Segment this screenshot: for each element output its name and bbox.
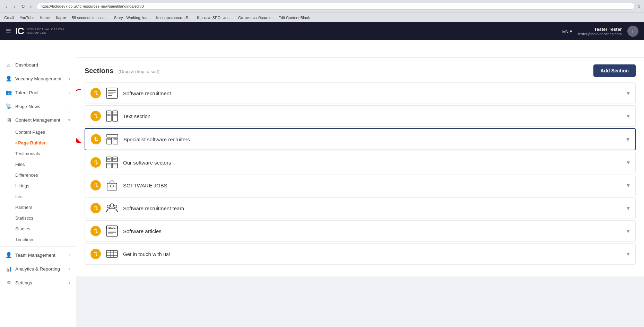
svg-rect-7 xyxy=(113,111,118,121)
drag-handle-6[interactable]: ⇅ xyxy=(90,203,101,213)
svg-rect-22 xyxy=(113,163,118,168)
bookmark-maps1[interactable]: Карти xyxy=(39,15,52,20)
lang-selector[interactable]: EN ▾ xyxy=(562,29,572,34)
drag-handle-5[interactable]: ⇅ xyxy=(90,180,101,191)
section-chevron-3[interactable]: ▾ xyxy=(626,135,629,143)
sections-container: Sections (Drag & drop to sort) Add Secti… xyxy=(76,58,644,276)
sub-item-testimonials[interactable]: Testimonials xyxy=(0,148,76,159)
main-content: Sections (Drag & drop to sort) Add Secti… xyxy=(76,40,644,327)
bookmark-story[interactable]: Story - Working, lea... xyxy=(113,15,152,20)
app-header: ☰ IC INTELLECTUAL CAPITALRESOURCES EN ▾ … xyxy=(0,22,644,40)
section-name-6: Software recruitment team xyxy=(123,205,623,211)
bookmark-seo[interactable]: Що таке SEO: як п... xyxy=(195,15,234,20)
svg-rect-31 xyxy=(111,185,113,187)
vacancy-chevron-icon: › xyxy=(69,77,70,81)
section-chevron-1[interactable]: ▾ xyxy=(627,89,630,97)
section-chevron-4[interactable]: ▾ xyxy=(627,159,630,166)
drag-handle-8[interactable]: ⇅ xyxy=(90,249,101,259)
section-name-1: Software recruitment xyxy=(123,90,623,96)
bookmark-session[interactable]: 58 seconds to sessi... xyxy=(70,15,110,20)
drag-handle-2[interactable]: ⇅ xyxy=(90,111,101,121)
sidebar-item-blog-news[interactable]: 📡 Blog / News › xyxy=(0,99,76,113)
content-chevron-icon: ▾ xyxy=(68,118,70,122)
sidebar-label-dashboard: Dashboard xyxy=(15,62,70,68)
drag-handle-3[interactable]: ⇅ xyxy=(91,134,101,144)
forward-button[interactable]: › xyxy=(11,3,18,10)
top-white-bar xyxy=(76,40,644,58)
sidebar-item-dashboard[interactable]: ⌂ Dashboard xyxy=(0,58,76,72)
svg-rect-15 xyxy=(107,138,112,144)
section-name-8: Get in touch with us! xyxy=(123,251,623,257)
sidebar-item-analytics[interactable]: 📊 Analytics & Reporting › xyxy=(0,262,76,276)
svg-point-32 xyxy=(110,204,114,207)
bookmark-edit-content[interactable]: Edit Content Block xyxy=(277,15,311,20)
section-icon-1 xyxy=(105,86,119,100)
svg-point-33 xyxy=(107,205,110,208)
sidebar-item-content-management[interactable]: 🖥 Content Management ▾ xyxy=(0,113,76,127)
section-row-sectors: ⇅ xyxy=(85,152,636,173)
sidebar-item-team-management[interactable]: 👤 Team Management › xyxy=(0,248,76,262)
sidebar-item-settings[interactable]: ⚙ Settings › xyxy=(0,276,76,290)
browser-actions: ☆ xyxy=(637,3,641,9)
bookmark-maps2[interactable]: Карти xyxy=(55,15,68,20)
add-section-button[interactable]: Add Section xyxy=(593,64,636,77)
bookmark-convert[interactable]: Конвертировать S... xyxy=(155,15,193,20)
dashboard-icon: ⌂ xyxy=(6,62,12,68)
sub-item-page-builder[interactable]: Page Builder xyxy=(0,138,76,148)
team-mgmt-icon: 👤 xyxy=(6,252,12,258)
sub-item-content-pages[interactable]: Content Pages xyxy=(0,127,76,138)
section-row-contact: ⇅ Get in touch with us! ▾ xyxy=(85,243,636,265)
drag-handle-7[interactable]: ⇅ xyxy=(90,226,101,236)
svg-rect-20 xyxy=(113,157,118,162)
sub-item-partners[interactable]: Partners xyxy=(0,202,76,213)
sub-item-icrs[interactable]: Icrs xyxy=(0,191,76,202)
analytics-chevron-icon: › xyxy=(69,267,70,271)
user-info: Tester Tester tester@boldidentities.com xyxy=(578,27,622,36)
browser-bar: ‹ › ↻ ⌂ https://bolddev7.co.uk/ic-resour… xyxy=(0,0,644,12)
section-chevron-8[interactable]: ▾ xyxy=(627,250,630,258)
hamburger-icon[interactable]: ☰ xyxy=(6,27,11,35)
bookmarks-bar: Gmail YouTube Карти Карти 58 seconds to … xyxy=(0,12,644,22)
bookmark-youtube[interactable]: YouTube xyxy=(18,15,36,20)
sidebar-label-blog: Blog / News xyxy=(15,104,66,109)
svg-text:BLOG: BLOG xyxy=(108,227,116,229)
sub-item-studies[interactable]: Studies xyxy=(0,223,76,234)
sidebar-item-talent-pool[interactable]: 👥 Talent Pool › xyxy=(0,86,76,99)
sub-item-files[interactable]: Files xyxy=(0,159,76,170)
sub-item-hirings[interactable]: Hirings xyxy=(0,180,76,191)
svg-rect-41 xyxy=(106,250,118,257)
url-bar[interactable]: https://bolddev7.co.uk/ic-resources-new/… xyxy=(37,3,635,10)
bookmark-gmail[interactable]: Gmail xyxy=(3,15,16,20)
section-chevron-2[interactable]: ▾ xyxy=(627,112,630,120)
section-icon-3 xyxy=(105,132,119,146)
section-row-text-section: ⇅ Text section xyxy=(85,105,636,127)
bookmark-icon[interactable]: ☆ xyxy=(637,3,641,9)
section-chevron-7[interactable]: ▾ xyxy=(627,227,630,235)
team-chevron-icon: › xyxy=(69,253,70,257)
sub-item-timelines[interactable]: Timelines xyxy=(0,234,76,245)
section-name-7: Software articles xyxy=(123,228,623,234)
home-button[interactable]: ⌂ xyxy=(28,3,35,10)
bookmark-compress[interactable]: Сжатие изображе... xyxy=(237,15,274,20)
reload-button[interactable]: ↻ xyxy=(19,3,26,10)
drag-handle-1[interactable]: ⇅ xyxy=(90,88,101,98)
section-chevron-6[interactable]: ▾ xyxy=(627,204,630,212)
sidebar-label-content: Content Management xyxy=(15,117,65,123)
user-avatar[interactable]: T xyxy=(627,26,638,37)
section-icon-2 xyxy=(105,109,119,123)
section-row-software-recruitment: ⇅ Software recruitment ▾ xyxy=(85,82,636,104)
sidebar-item-vacancy-management[interactable]: 👤 Vacancy Management › xyxy=(0,72,76,86)
back-button[interactable]: ‹ xyxy=(3,3,10,10)
section-chevron-5[interactable]: ▾ xyxy=(627,182,630,189)
sub-item-differences[interactable]: Differences xyxy=(0,170,76,180)
section-row-specialist: ⇅ Specialist software recruiters ▾ xyxy=(85,128,636,150)
vacancy-icon: 👤 xyxy=(6,76,12,82)
sub-item-statistics[interactable]: Statistics xyxy=(0,213,76,223)
lang-chevron-icon: ▾ xyxy=(570,29,572,34)
analytics-icon: 📊 xyxy=(6,266,12,272)
drag-handle-4[interactable]: ⇅ xyxy=(90,157,101,168)
nav-buttons: ‹ › ↻ ⌂ xyxy=(3,3,35,10)
app-wrapper: ⌂ Dashboard 👤 Vacancy Management › 👥 Tal… xyxy=(0,22,644,327)
section-name-2: Text section xyxy=(123,113,623,119)
section-icon-4 xyxy=(105,156,119,169)
